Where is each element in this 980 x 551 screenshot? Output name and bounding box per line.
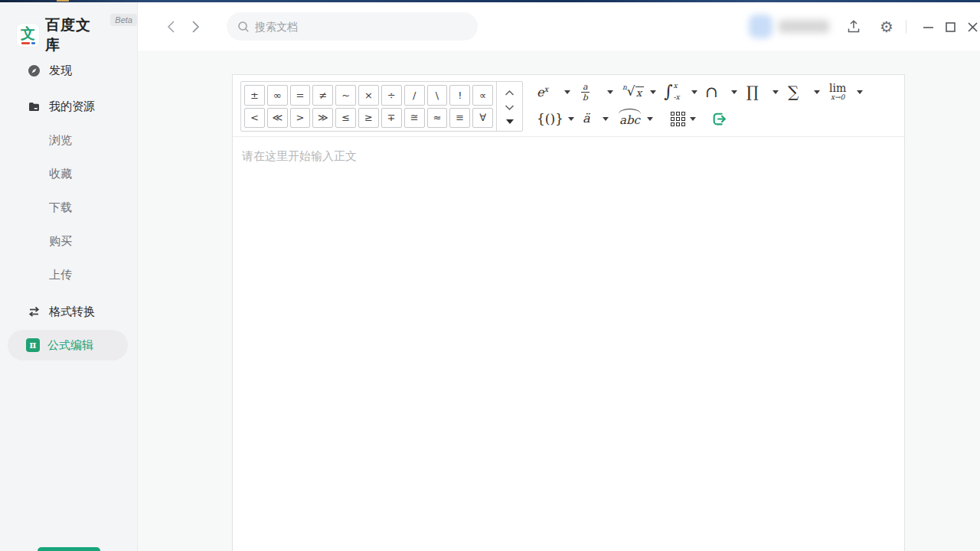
symbol-button[interactable]: ≥	[358, 108, 379, 129]
sidebar-item-favorites[interactable]: 收藏	[0, 157, 137, 191]
sidebar-item-uploads[interactable]: 上传	[0, 258, 137, 292]
search-input[interactable]	[255, 21, 467, 33]
dropdown-caret-icon	[607, 90, 613, 94]
brand-name: 百度文库	[45, 15, 104, 55]
app-logo: 文 百度文库 Beta	[17, 15, 137, 55]
sidebar-item-label: 收藏	[49, 167, 72, 181]
dropdown-caret-icon	[690, 117, 696, 121]
symbol-button[interactable]: ≤	[335, 108, 356, 129]
symbol-palette: ±∞=≠~×÷/\!∝<≪>≫≤≥∓≅≈≡∀	[240, 81, 523, 132]
symbol-button[interactable]: !	[449, 85, 470, 106]
integral-button[interactable]: ∫x-x	[664, 83, 697, 101]
radical-button[interactable]: n√x	[622, 86, 656, 98]
symbol-button[interactable]: ≅	[404, 108, 425, 129]
sidebar-item-downloads[interactable]: 下载	[0, 191, 137, 224]
limit-button[interactable]: limx→0	[829, 83, 863, 101]
symbol-button[interactable]: ∀	[472, 108, 493, 129]
symbol-button[interactable]: ≫	[312, 108, 333, 129]
symbol-button[interactable]: ≈	[427, 108, 448, 129]
symbol-button[interactable]: ∓	[381, 108, 402, 129]
beta-badge: Beta	[110, 14, 137, 26]
sidebar: 文 百度文库 Beta 发现我的资源浏览收藏下载购买上传格式转换π公式编辑	[0, 2, 138, 551]
search-icon	[237, 21, 250, 33]
transfer-icon	[28, 305, 41, 318]
topbar-divider	[906, 20, 906, 34]
symbol-button[interactable]: ~	[335, 85, 356, 106]
formula-editor-panel: ±∞=≠~×÷/\!∝<≪>≫≤≥∓≅≈≡∀ exabn√x∫x-x∩∏∑lim…	[232, 74, 905, 551]
dropdown-caret-icon	[814, 90, 820, 94]
sidebar-item-label: 格式转换	[49, 305, 95, 319]
search-box[interactable]	[227, 12, 478, 41]
folder-icon	[28, 100, 41, 113]
logo-underline	[21, 42, 35, 44]
symbol-button[interactable]: =	[290, 85, 311, 106]
dropdown-caret-icon	[773, 90, 779, 94]
symbol-button[interactable]: /	[404, 85, 425, 106]
dropdown-caret-icon	[731, 90, 737, 94]
compass-icon	[28, 64, 41, 77]
palette-scroll-down-icon[interactable]	[505, 103, 514, 112]
formula-toolbar: ±∞=≠~×÷/\!∝<≪>≫≤≥∓≅≈≡∀ exabn√x∫x-x∩∏∑lim…	[233, 75, 904, 137]
close-icon[interactable]	[967, 21, 978, 33]
palette-expand-icon[interactable]	[506, 117, 514, 126]
symbol-button[interactable]: >	[290, 108, 311, 129]
sidebar-item-label: 浏览	[49, 133, 72, 148]
symbol-button[interactable]: ×	[358, 85, 379, 106]
maximize-button[interactable]	[945, 21, 956, 33]
forward-button[interactable]	[188, 19, 202, 34]
sidebar-item-my-resources[interactable]: 我的资源	[0, 90, 137, 123]
palette-scroll-up-icon[interactable]	[505, 88, 514, 97]
overscript-button[interactable]: abc	[619, 111, 653, 127]
product-button[interactable]: ∏	[746, 84, 779, 99]
matrix-button[interactable]	[671, 112, 694, 126]
palette-scroll	[496, 82, 522, 131]
dropdown-caret-icon	[857, 90, 863, 94]
summation-button[interactable]: ∑	[788, 84, 820, 99]
symbol-button[interactable]: ÷	[381, 85, 402, 106]
share-icon[interactable]	[846, 19, 861, 34]
symbol-button[interactable]: <	[244, 108, 265, 129]
symbol-button[interactable]: ≠	[312, 85, 333, 106]
pi-icon: π	[26, 338, 40, 352]
structure-buttons: exabn√x∫x-x∩∏∑limx→0 {()}äabc	[537, 75, 901, 136]
symbol-button[interactable]: ±	[244, 85, 265, 106]
symbol-button[interactable]: ≡	[449, 108, 470, 129]
brackets-button[interactable]: {()}	[537, 112, 570, 126]
dropdown-caret-icon	[603, 117, 609, 121]
username-blurred	[779, 20, 829, 33]
sidebar-item-label: 公式编辑	[47, 338, 93, 353]
minimize-button[interactable]	[923, 21, 934, 33]
export-formula-button[interactable]	[711, 111, 727, 127]
back-button[interactable]	[165, 19, 178, 34]
sidebar-nav: 发现我的资源浏览收藏下载购买上传格式转换π公式编辑	[0, 54, 137, 362]
gear-icon[interactable]: ⚙	[880, 19, 893, 34]
background-window-accent	[57, 0, 69, 2]
accent-button[interactable]: ä	[583, 112, 609, 125]
symbol-button[interactable]: ∝	[472, 85, 493, 106]
sidebar-item-discover[interactable]: 发现	[0, 54, 137, 87]
sidebar-item-browse[interactable]: 浏览	[0, 123, 137, 157]
sidebar-item-label: 我的资源	[49, 99, 95, 114]
sidebar-bottom-button[interactable]	[38, 547, 100, 551]
topbar: ⚙	[138, 2, 980, 51]
dropdown-caret-icon	[647, 117, 653, 121]
fraction-button[interactable]: ab	[581, 83, 613, 102]
symbol-button[interactable]: ∞	[267, 85, 288, 106]
dropdown-caret-icon	[691, 90, 697, 94]
sidebar-item-format-convert[interactable]: 格式转换	[0, 295, 137, 328]
sidebar-item-purchases[interactable]: 购买	[0, 224, 137, 258]
dropdown-caret-icon	[564, 90, 570, 94]
logo-glyph: 文	[21, 26, 35, 41]
exponent-button[interactable]: ex	[537, 85, 570, 99]
avatar[interactable]	[749, 15, 773, 38]
dropdown-caret-icon	[568, 117, 574, 121]
sidebar-item-label: 购买	[49, 234, 72, 249]
editor-placeholder: 请在这里开始输入正文	[242, 149, 357, 164]
symbol-button[interactable]: ≪	[267, 108, 288, 129]
sidebar-item-label: 下载	[49, 201, 72, 215]
symbol-button[interactable]: \	[427, 85, 448, 106]
sidebar-item-label: 上传	[49, 268, 72, 282]
set-operator-button[interactable]: ∩	[705, 84, 737, 99]
sidebar-item-formula-editor[interactable]: π公式编辑	[8, 330, 128, 360]
wenku-logo-icon: 文	[17, 24, 39, 47]
